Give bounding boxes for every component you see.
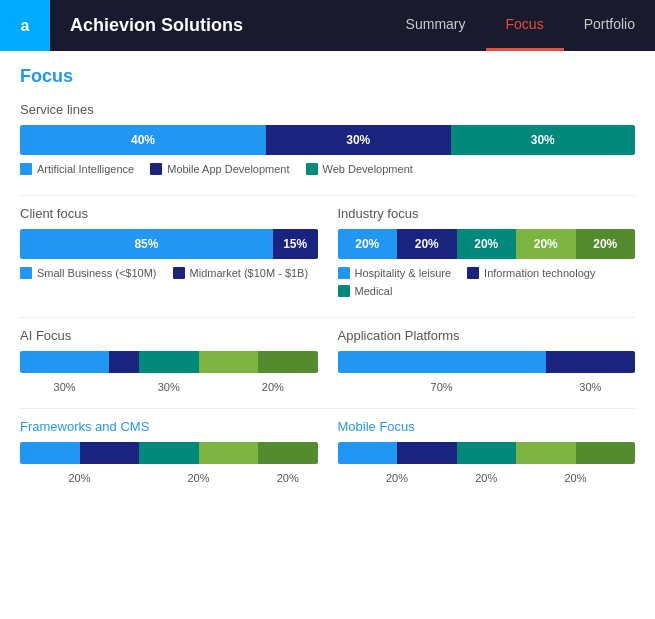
mob-label-3: 20% — [516, 472, 635, 484]
bar-ai1 — [20, 351, 109, 373]
bar-mob3 — [457, 442, 517, 464]
bar-medical: 20% — [457, 229, 517, 259]
ai-focus-labels: 30% 30% 20% — [20, 381, 318, 393]
industry-focus-title: Industry focus — [338, 206, 636, 221]
mobile-focus-title: Mobile Focus — [338, 419, 636, 434]
tab-summary[interactable]: Summary — [386, 0, 486, 51]
ai-focus-title: AI Focus — [20, 328, 318, 343]
legend-mobile-icon — [150, 163, 162, 175]
bar-infotech: 20% — [397, 229, 457, 259]
bar-mob5 — [576, 442, 636, 464]
legend-midmarket: Midmarket ($10M - $1B) — [173, 267, 309, 279]
industry-focus-bar: 20% 20% 20% 20% 20% — [338, 229, 636, 259]
legend-medical-icon — [338, 285, 350, 297]
industry-focus-section: Industry focus 20% 20% 20% 20% 20% — [338, 206, 636, 302]
service-lines-section: Service lines 40% 30% 30% Artificial Int… — [20, 102, 635, 175]
ai-focus-bar — [20, 351, 318, 373]
service-lines-bar: 40% 30% 30% — [20, 125, 635, 155]
bar-mob4 — [516, 442, 576, 464]
focus-row: Client focus 85% 15% Small Business (<$1… — [20, 206, 635, 302]
legend-infotech-icon — [467, 267, 479, 279]
app-platforms-section: Application Platforms 70% 30% — [338, 328, 636, 393]
bar-mob1 — [338, 442, 398, 464]
app-label-1: 70% — [338, 381, 546, 393]
bar-mobile: 30% — [266, 125, 451, 155]
bar-hospitality: 20% — [338, 229, 398, 259]
bar-ai2 — [109, 351, 139, 373]
frameworks-labels: 20% 20% 20% — [20, 472, 318, 484]
header: a Achievion Solutions Summary Focus Port… — [0, 0, 655, 51]
fw-label-1: 20% — [20, 472, 139, 484]
ai-label-2: 30% — [109, 381, 228, 393]
app-title: Achievion Solutions — [50, 15, 386, 36]
legend-small-biz: Small Business (<$10M) — [20, 267, 157, 279]
app-label-2: 30% — [546, 381, 635, 393]
legend-infotech: Information technology — [467, 267, 595, 279]
legend-web-icon — [306, 163, 318, 175]
app-platforms-labels: 70% 30% — [338, 381, 636, 393]
client-focus-legend: Small Business (<$10M) Midmarket ($10M -… — [20, 267, 318, 279]
legend-hospitality-icon — [338, 267, 350, 279]
bar-ind5: 20% — [576, 229, 636, 259]
ai-label-1: 30% — [20, 381, 109, 393]
client-focus-section: Client focus 85% 15% Small Business (<$1… — [20, 206, 318, 302]
logo: a — [0, 0, 50, 51]
bar-fw2 — [80, 442, 140, 464]
legend-small-biz-icon — [20, 267, 32, 279]
mob-label-1: 20% — [338, 472, 457, 484]
client-focus-bar: 85% 15% — [20, 229, 318, 259]
legend-midmarket-icon — [173, 267, 185, 279]
bar-small-biz: 85% — [20, 229, 273, 259]
fw-label-3: 20% — [258, 472, 318, 484]
fw-label-2: 20% — [139, 472, 258, 484]
legend-medical: Medical — [338, 285, 393, 297]
bar-ind4: 20% — [516, 229, 576, 259]
mob-label-2: 20% — [457, 472, 517, 484]
service-lines-legend: Artificial Intelligence Mobile App Devel… — [20, 163, 635, 175]
bar-ai4 — [199, 351, 259, 373]
industry-focus-legend: Hospitality & leisure Information techno… — [338, 267, 636, 297]
ai-label-3: 20% — [228, 381, 317, 393]
ai-focus-section: AI Focus 30% 30% 20% — [20, 328, 318, 393]
legend-mobile: Mobile App Development — [150, 163, 289, 175]
bar-fw5 — [258, 442, 318, 464]
frameworks-bar — [20, 442, 318, 464]
frameworks-title: Frameworks and CMS — [20, 419, 318, 434]
bar-ai3 — [139, 351, 199, 373]
mobile-focus-bar — [338, 442, 636, 464]
bar-ai5 — [258, 351, 318, 373]
legend-ai: Artificial Intelligence — [20, 163, 134, 175]
service-lines-title: Service lines — [20, 102, 635, 117]
app-platforms-title: Application Platforms — [338, 328, 636, 343]
bar-midmarket: 15% — [273, 229, 318, 259]
bar-fw1 — [20, 442, 80, 464]
bar-fw3 — [139, 442, 199, 464]
app-platforms-bar — [338, 351, 636, 373]
bar-app2 — [546, 351, 635, 373]
page-title: Focus — [20, 66, 635, 87]
ai-app-row: AI Focus 30% 30% 20% Application Platfor… — [20, 328, 635, 393]
legend-hospitality: Hospitality & leisure — [338, 267, 452, 279]
tab-portfolio[interactable]: Portfolio — [564, 0, 655, 51]
legend-ai-icon — [20, 163, 32, 175]
mobile-focus-section: Mobile Focus 20% 20% 20% — [338, 419, 636, 484]
bar-web: 30% — [451, 125, 636, 155]
bar-app1 — [338, 351, 546, 373]
frameworks-section: Frameworks and CMS 20% 20% 20% — [20, 419, 318, 484]
bar-ai: 40% — [20, 125, 266, 155]
bar-mob2 — [397, 442, 457, 464]
main-content: Focus Service lines 40% 30% 30% Artifici… — [0, 51, 655, 514]
svg-text:a: a — [21, 17, 30, 34]
client-focus-title: Client focus — [20, 206, 318, 221]
top-nav: Summary Focus Portfolio — [386, 0, 655, 51]
frameworks-mobile-row: Frameworks and CMS 20% 20% 20% Mobile Fo… — [20, 419, 635, 484]
legend-web: Web Development — [306, 163, 413, 175]
bar-fw4 — [199, 442, 259, 464]
tab-focus[interactable]: Focus — [486, 0, 564, 51]
mobile-focus-labels: 20% 20% 20% — [338, 472, 636, 484]
